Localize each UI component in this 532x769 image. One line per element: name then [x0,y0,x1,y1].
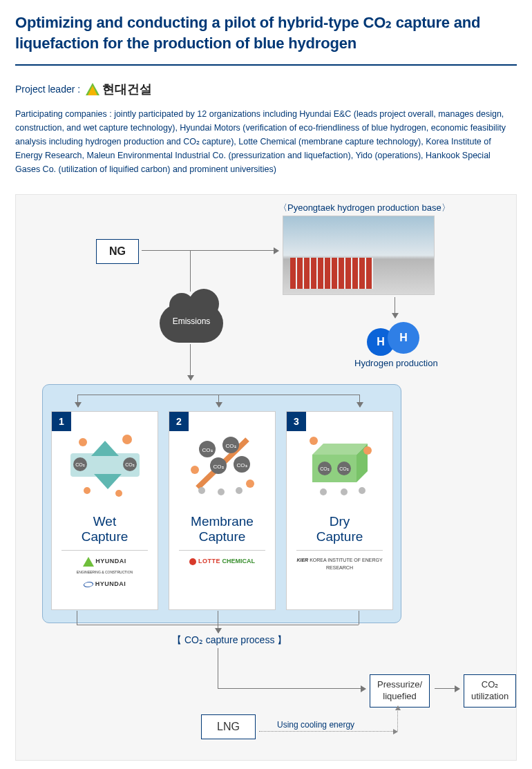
svg-point-12 [115,490,122,497]
card-logos-3: KIER KOREA INSTITUTE OF ENERGY RESEARCH [287,556,392,571]
hyundai-ec-logo: 현대건설 [86,81,152,97]
card-logos-1: HYUNDAIENGINEERING & CONSTRUCTION HYUNDA… [52,556,158,589]
merge-v1 [77,611,77,625]
arrow-facility-to-h2 [395,297,395,318]
dist-to-c2 [218,395,219,407]
page-title: Optimizing and conducting a pilot of hyb… [15,12,517,53]
card-title-1: Wet Capture [52,511,158,550]
svg-point-11 [84,487,91,494]
h2-molecule-icon: HH [367,322,419,356]
divider [15,64,517,66]
svg-point-25 [218,488,225,495]
dry-capture-icon: CO₂ CO₂ [291,419,388,509]
svg-marker-3 [91,441,119,456]
card-dry-capture: 3 CO₂ CO₂ Dry Capture [286,411,393,610]
arrow-cloud-to-panel [190,344,191,380]
svg-text:CO₂: CO₂ [213,464,223,470]
pressurize-box: Pressurize/ liquefied [370,674,430,708]
svg-text:CO₂: CO₂ [75,462,85,467]
to-press-v [218,648,218,688]
svg-point-23 [246,480,254,488]
card-num-1: 1 [52,412,71,431]
svg-point-24 [198,487,205,494]
wet-capture-icon: CO₂ CO₂ [56,419,153,509]
merge-down [218,625,218,633]
hyundai-ec-logo-text: 현대건설 [102,81,152,97]
h2-atom-b: H [388,322,419,354]
svg-text:CO₂: CO₂ [202,447,212,453]
lng-dotted-h [259,731,397,732]
svg-point-34 [310,437,318,445]
project-leader-label: Project leader : [15,84,80,95]
dist-to-c1 [77,395,78,407]
card-wet-capture: 1 CO₂ CO₂ Wet Capture HYUNDAIENGINE [51,411,158,610]
facility-image [283,216,435,295]
membrane-capture-icon: CO₂ CO₂ CO₂ CO₂ [173,419,271,509]
facility-caption: 〈Pyeongtaek hydrogen production base〉 [278,202,450,214]
merge-v3 [359,611,359,625]
ng-box: NG [96,239,139,264]
lng-dotted-v [397,706,398,731]
line-ng-down [190,250,191,292]
svg-text:CO₂: CO₂ [320,466,330,471]
capture-panel: 1 CO₂ CO₂ Wet Capture HYUNDAIENGINE [42,384,401,623]
emissions-cloud: Emissions [160,304,223,343]
h2-label: Hydrogen production [354,358,438,368]
cooling-energy-label: Using cooling energy [277,720,354,730]
dist-to-c3 [359,395,360,407]
participants-text: Participating companies : jointly partic… [15,107,517,176]
svg-point-36 [320,488,327,495]
card-membrane-capture: 2 CO₂ CO₂ CO₂ CO₂ Membrane Capture LO [169,411,276,610]
svg-text:CO₂: CO₂ [225,443,236,449]
to-press-h [218,688,365,689]
card-num-2: 2 [169,412,189,431]
card-logos-2: LOTTE CHEMICAL [169,556,275,566]
svg-text:CO₂: CO₂ [339,466,349,471]
card-title-3: Dry Capture [287,511,392,550]
svg-text:CO₂: CO₂ [125,462,135,467]
svg-point-9 [79,438,87,446]
lng-box: LNG [201,714,256,739]
svg-point-37 [341,488,348,495]
svg-marker-4 [94,474,122,489]
svg-point-26 [236,487,243,494]
process-diagram: 〈Pyeongtaek hydrogen production base〉 NG… [15,194,517,761]
co2-utilization-box: CO₂ utilization [464,674,516,708]
press-to-co2u [435,688,459,689]
svg-text:CO₂: CO₂ [236,462,247,468]
svg-point-22 [191,466,199,474]
card-title-2: Membrane Capture [169,511,275,550]
svg-point-38 [359,487,365,494]
project-leader-row: Project leader : 현대건설 [15,81,517,97]
card-num-3: 3 [287,412,306,431]
arrow-ng-to-facility [142,250,278,251]
capture-caption: 【 CO₂ capture process 】 [172,634,287,647]
merge-v2 [218,611,218,625]
svg-point-10 [122,435,132,444]
svg-point-35 [363,446,372,455]
emissions-label: Emissions [160,316,223,326]
